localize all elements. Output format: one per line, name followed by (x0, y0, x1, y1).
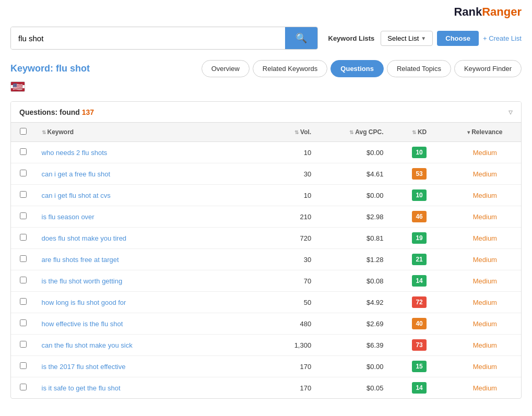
keyword-link[interactable]: how long is flu shot good for (42, 299, 126, 306)
questions-table-section: Questions: found 137 ▿ ⇅ Keyword ⇅ (10, 101, 522, 399)
relevance-cell: Medium (449, 377, 521, 399)
vol-cell: 1,300 (258, 335, 317, 356)
keyword-link[interactable]: is the 2017 flu shot effective (42, 363, 126, 371)
tab-questions[interactable]: Questions (330, 60, 384, 77)
col-header-keyword[interactable]: ⇅ Keyword (36, 123, 259, 142)
cpc-cell: $2.69 (317, 313, 389, 335)
select-all-checkbox[interactable] (20, 128, 27, 135)
keyword-link[interactable]: can i get flu shot at cvs (42, 192, 111, 199)
relevance-cell: Medium (449, 335, 521, 356)
relevance-value: Medium (473, 192, 497, 199)
vol-cell: 30 (258, 249, 317, 270)
row-checkbox[interactable] (20, 277, 27, 283)
cpc-cell: $6.39 (317, 335, 389, 356)
kd-cell: 53 (390, 163, 449, 185)
keyword-link[interactable]: who needs 2 flu shots (42, 149, 108, 157)
keyword-link[interactable]: does flu shot make you tired (42, 234, 127, 242)
row-checkbox[interactable] (20, 170, 27, 176)
dropdown-arrow-icon: ▼ (421, 35, 426, 41)
tab-navigation: Overview Related Keywords Questions Rela… (202, 60, 522, 77)
cpc-cell: $2.98 (317, 206, 389, 228)
search-button[interactable]: 🔍 (285, 27, 317, 49)
row-checkbox[interactable] (20, 148, 27, 155)
vol-cell: 10 (258, 185, 317, 206)
row-checkbox[interactable] (20, 212, 27, 219)
table-row: who needs 2 flu shots 10 $0.00 10 Medium (11, 142, 521, 163)
vol-cell: 50 (258, 292, 317, 313)
cpc-cell: $0.00 (317, 142, 389, 163)
kd-badge: 21 (412, 254, 427, 265)
relevance-cell: Medium (449, 356, 521, 377)
table-row: does flu shot make you tired 720 $0.81 1… (11, 228, 521, 249)
table-row: can i get flu shot at cvs 10 $0.00 10 Me… (11, 185, 521, 206)
kd-badge: 10 (412, 147, 427, 158)
keyword-link[interactable]: can i get a free flu shot (42, 170, 111, 178)
vol-cell: 480 (258, 313, 317, 335)
select-list-button[interactable]: Select List ▼ (381, 31, 433, 46)
relevance-value: Medium (473, 256, 497, 264)
keyword-link[interactable]: is the flu shot worth getting (42, 277, 123, 285)
relevance-cell: Medium (449, 292, 521, 313)
relevance-cell: Medium (449, 185, 521, 206)
cpc-cell: $0.81 (317, 228, 389, 249)
relevance-cell: Medium (449, 206, 521, 228)
relevance-value: Medium (473, 384, 497, 392)
row-checkbox[interactable] (20, 255, 27, 262)
row-checkbox[interactable] (20, 234, 27, 241)
relevance-value: Medium (473, 234, 497, 242)
relevance-cell: Medium (449, 313, 521, 335)
cpc-cell: $0.00 (317, 356, 389, 377)
relevance-value: Medium (473, 149, 497, 157)
row-checkbox[interactable] (20, 319, 27, 326)
keyword-link[interactable]: are flu shots free at target (42, 256, 119, 264)
tab-related-topics[interactable]: Related Topics (387, 60, 451, 77)
create-list-link[interactable]: + Create List (483, 34, 522, 42)
keyword-lists-panel: Keyword Lists Select List ▼ Choose + Cre… (328, 31, 522, 46)
col-header-cpc[interactable]: ⇅ Avg CPC. (317, 123, 389, 142)
table-row: are flu shots free at target 30 $1.28 21… (11, 249, 521, 270)
filter-icon[interactable]: ▿ (509, 107, 513, 117)
kd-badge: 73 (412, 339, 427, 351)
tab-related-keywords[interactable]: Related Keywords (253, 60, 328, 77)
keyword-link[interactable]: how effective is the flu shot (42, 320, 123, 328)
keyword-link[interactable]: is it safe to get the flu shot (42, 384, 121, 392)
table-row: is the 2017 flu shot effective 170 $0.00… (11, 356, 521, 377)
kd-cell: 10 (390, 185, 449, 206)
kd-cell: 15 (390, 356, 449, 377)
row-checkbox[interactable] (20, 384, 27, 390)
table-row: can the flu shot make you sick 1,300 $6.… (11, 335, 521, 356)
col-header-relevance[interactable]: ▾ Relevance (449, 123, 521, 142)
tab-overview[interactable]: Overview (202, 60, 250, 77)
search-input[interactable] (11, 27, 285, 49)
kd-badge: 15 (412, 361, 427, 372)
row-checkbox[interactable] (20, 191, 27, 198)
relevance-cell: Medium (449, 249, 521, 270)
vol-cell: 10 (258, 142, 317, 163)
keyword-link[interactable]: is flu season over (42, 213, 94, 221)
relevance-cell: Medium (449, 142, 521, 163)
kd-badge: 53 (412, 168, 427, 180)
relevance-value: Medium (473, 170, 497, 178)
keyword-link[interactable]: can the flu shot make you sick (42, 341, 133, 349)
country-flag-icon[interactable]: 🇺🇸 (10, 81, 25, 92)
brand-logo: RankRanger (454, 5, 522, 19)
row-checkbox[interactable] (20, 362, 27, 369)
col-header-kd[interactable]: ⇅ KD (390, 123, 449, 142)
kd-cell: 72 (390, 292, 449, 313)
choose-button[interactable]: Choose (437, 31, 479, 46)
vol-cell: 70 (258, 270, 317, 292)
row-checkbox[interactable] (20, 298, 27, 305)
cpc-cell: $0.00 (317, 185, 389, 206)
cpc-cell: $0.08 (317, 270, 389, 292)
kd-cell: 46 (390, 206, 449, 228)
tab-keyword-finder[interactable]: Keyword Finder (454, 60, 522, 77)
vol-cell: 170 (258, 356, 317, 377)
kd-cell: 73 (390, 335, 449, 356)
keyword-title: Keyword: flu shot (10, 63, 90, 74)
relevance-value: Medium (473, 320, 497, 328)
relevance-value: Medium (473, 363, 497, 371)
row-checkbox[interactable] (20, 341, 27, 348)
kd-badge: 40 (412, 318, 427, 329)
col-header-vol[interactable]: ⇅ Vol. (258, 123, 317, 142)
cpc-cell: $0.05 (317, 377, 389, 399)
